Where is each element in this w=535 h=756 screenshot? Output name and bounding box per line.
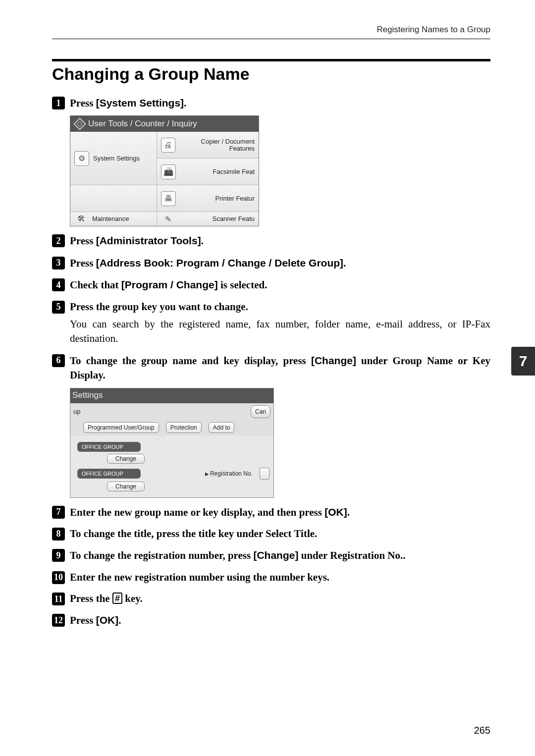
up-label: up: [73, 408, 80, 415]
step-2-text: Press [Administrator Tools].: [70, 233, 204, 248]
change-key-display-button[interactable]: Change: [107, 482, 145, 491]
step-3-ui: [Address Book: Program / Change / Delete…: [96, 257, 343, 269]
step-8-text: To change the title, press the title key…: [70, 527, 317, 541]
printer-label: Printer Featur: [215, 195, 255, 202]
step-7-pre: Enter the new group name or key display,…: [70, 506, 324, 518]
key-display-row: OFFICE GROUP ▶Registration No.: [77, 468, 269, 480]
section-title: Changing a Group Name: [52, 64, 490, 84]
user-tools-left: ⚙ System Settings 🛠 Maintenance: [70, 132, 157, 226]
fax-icon: 📠: [161, 164, 176, 179]
step-badge-10: 10: [52, 571, 65, 584]
step-10: 10 Enter the new registration number usi…: [52, 570, 490, 585]
user-tools-body: ⚙ System Settings 🛠 Maintenance 🖨 Copier…: [70, 132, 259, 226]
wrench-icon: 🛠: [74, 212, 88, 226]
group-name-field[interactable]: OFFICE GROUP: [77, 442, 141, 452]
running-head: Registering Names to a Group: [52, 25, 490, 39]
settings-header: Settings: [70, 388, 273, 403]
step-11-text: Press the # key.: [70, 592, 143, 606]
tab-add-to[interactable]: Add to: [209, 422, 235, 433]
copier-label: Copier / Document Features: [179, 138, 255, 153]
step-3-post: .: [343, 257, 346, 269]
step-3-pre: Press: [70, 257, 96, 269]
step-badge-5: 5: [52, 301, 65, 314]
step-badge-9: 9: [52, 549, 65, 562]
step-7: 7 Enter the new group name or key displa…: [52, 505, 490, 520]
screenshot-settings: Settings up Can Programmed User/Group Pr…: [70, 388, 274, 498]
printer-icon: 🖶: [161, 191, 176, 206]
chapter-tab: 7: [511, 347, 535, 376]
system-settings-button[interactable]: ⚙ System Settings: [70, 132, 157, 185]
step-4-text: Check that [Program / Change] is selecte…: [70, 277, 267, 292]
cancel-button[interactable]: Can: [251, 405, 270, 418]
step-badge-6: 6: [52, 354, 65, 367]
step-6-ui: [Change]: [311, 355, 356, 366]
settings-body: OFFICE GROUP Change OFFICE GROUP ▶Regist…: [70, 436, 273, 497]
diamond-icon: [73, 118, 86, 130]
step-12-ui: [OK]: [96, 614, 119, 626]
step-6-pre: To change the group name and key display…: [70, 355, 311, 367]
change-group-name-button[interactable]: Change: [107, 454, 145, 464]
step-1-text: Press [System Settings].: [70, 96, 186, 110]
step-4: 4 Check that [Program / Change] is selec…: [52, 277, 490, 292]
user-tools-header: User Tools / Counter / Inquiry: [70, 116, 259, 132]
fax-label: Facsimile Feat: [213, 168, 255, 175]
step-1-pre: Press: [70, 97, 96, 109]
section-rule: [52, 59, 490, 61]
user-tools-right: 🖨 Copier / Document Features 📠 Facsimile…: [157, 132, 259, 226]
step-11-pre: Press the: [70, 593, 112, 604]
maintenance-button[interactable]: 🛠 Maintenance: [70, 212, 157, 226]
step-4-ui: [Program / Change]: [121, 279, 218, 290]
screenshot-user-tools: User Tools / Counter / Inquiry ⚙ System …: [70, 115, 259, 226]
step-5-text: Press the group key you want to change.: [70, 300, 248, 314]
step-9-ui: [Change]: [253, 549, 298, 561]
registration-no-box[interactable]: [260, 468, 269, 480]
system-settings-label: System Settings: [93, 155, 140, 162]
step-9-pre: To change the registration number, press: [70, 549, 253, 561]
hash-key-icon: #: [112, 593, 122, 604]
step-badge-3: 3: [52, 257, 65, 270]
user-tools-left-spacer: [70, 185, 157, 212]
registration-no-label: ▶Registration No.: [205, 470, 253, 477]
settings-toolbar: up Can: [70, 403, 273, 420]
step-1-ui: [System Settings]: [96, 97, 184, 108]
tab-protection[interactable]: Protection: [166, 422, 202, 433]
tab-programmed-user[interactable]: Programmed User/Group: [83, 422, 159, 433]
step-7-post: .: [347, 506, 350, 518]
printer-features-button[interactable]: 🖶 Printer Featur: [157, 185, 259, 212]
step-6: 6 To change the group name and key displ…: [52, 353, 490, 383]
scanner-label: Scanner Featu: [213, 216, 255, 222]
settings-tabs: Programmed User/Group Protection Add to: [70, 420, 273, 436]
group-name-row: OFFICE GROUP: [77, 442, 269, 452]
step-10-text: Enter the new registration number using …: [70, 570, 329, 585]
step-2: 2 Press [Administrator Tools].: [52, 233, 490, 248]
step-12-text: Press [OK].: [70, 613, 121, 628]
step-2-post: .: [201, 235, 204, 247]
step-badge-1: 1: [52, 97, 65, 109]
copier-features-button[interactable]: 🖨 Copier / Document Features: [157, 132, 259, 159]
step-12: 12 Press [OK].: [52, 613, 490, 628]
gear-icon: ⚙: [74, 151, 89, 166]
step-5: 5 Press the group key you want to change…: [52, 300, 490, 314]
step-12-post: .: [118, 614, 121, 626]
document-page: Registering Names to a Group Changing a …: [0, 0, 535, 756]
step-badge-2: 2: [52, 234, 65, 247]
step-11: 11 Press the # key.: [52, 592, 490, 606]
step-2-pre: Press: [70, 235, 96, 247]
step-7-ui: [OK]: [324, 506, 347, 518]
scanner-features-button[interactable]: ✎ Scanner Featu: [157, 212, 259, 226]
step-9: 9 To change the registration number, pre…: [52, 548, 490, 563]
copier-icon: 🖨: [161, 138, 175, 153]
step-1: 1 Press [System Settings].: [52, 96, 490, 110]
fax-features-button[interactable]: 📠 Facsimile Feat: [157, 159, 259, 185]
triangle-icon: ▶: [205, 471, 209, 477]
maintenance-label: Maintenance: [92, 216, 129, 222]
step-badge-11: 11: [52, 593, 65, 605]
key-display-change-row: Change: [77, 482, 269, 491]
step-badge-4: 4: [52, 278, 65, 291]
step-8: 8 To change the title, press the title k…: [52, 527, 490, 541]
step-badge-7: 7: [52, 506, 65, 519]
step-9-post: under Registration No..: [298, 549, 405, 561]
step-2-ui: [Administrator Tools]: [96, 235, 201, 246]
step-4-post: is selected.: [218, 279, 268, 291]
key-display-field[interactable]: OFFICE GROUP: [77, 469, 141, 479]
